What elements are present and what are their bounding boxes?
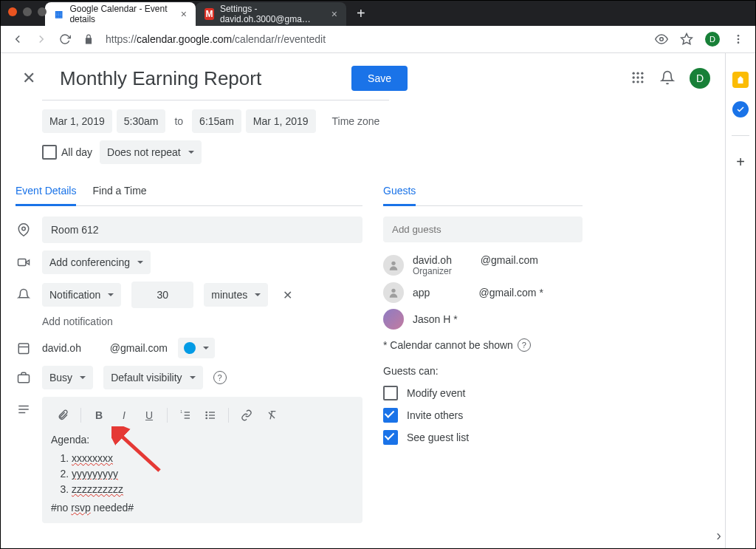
back-button[interactable] xyxy=(11,33,24,46)
guest-name: Jason H * xyxy=(413,313,583,325)
notifications-icon[interactable] xyxy=(660,70,676,86)
guest-row[interactable]: david.oh @gmail.com Organizer xyxy=(383,254,583,276)
calendar-not-shown-note: * Calendar cannot be shown ? xyxy=(383,338,583,352)
conferencing-dropdown[interactable]: Add conferencing xyxy=(42,250,151,274)
numbered-list-icon[interactable]: 1 xyxy=(173,404,197,426)
url-field[interactable]: https://calendar.google.com/calendar/r/e… xyxy=(106,33,645,45)
perm-modify-checkbox[interactable] xyxy=(383,386,398,400)
description-editor[interactable]: B I U 1 xyxy=(42,397,362,523)
location-input[interactable] xyxy=(42,216,362,243)
svg-point-9 xyxy=(636,76,639,78)
add-notification-link[interactable]: Add notification xyxy=(42,316,113,327)
save-button[interactable]: Save xyxy=(351,66,408,91)
briefcase-icon xyxy=(16,371,32,384)
allday-label: All day xyxy=(61,146,92,158)
guest-row[interactable]: app @gmail.com * xyxy=(383,282,583,303)
clear-format-icon[interactable] xyxy=(260,404,284,426)
allday-checkbox[interactable] xyxy=(42,145,57,160)
star-icon[interactable] xyxy=(680,33,693,46)
notification-value-input[interactable] xyxy=(131,282,193,308)
apps-grid-icon[interactable] xyxy=(630,70,647,86)
start-time-chip[interactable]: 5:30am xyxy=(117,109,166,133)
bold-icon[interactable]: B xyxy=(87,404,111,426)
close-event-button[interactable]: ✕ xyxy=(16,69,42,88)
color-dot-icon xyxy=(184,342,196,354)
event-title-input[interactable] xyxy=(58,67,335,91)
visibility-dropdown[interactable]: Default visibility xyxy=(103,366,202,389)
end-time-chip[interactable]: 6:15am xyxy=(192,109,241,133)
video-icon xyxy=(16,256,32,269)
window-controls[interactable] xyxy=(8,7,47,16)
svg-point-2 xyxy=(738,35,740,37)
agenda-item: yyyyyyyyy xyxy=(72,468,118,480)
window-close-dot[interactable] xyxy=(8,7,17,16)
add-guests-input[interactable] xyxy=(383,216,583,242)
add-sidepanel-button[interactable]: + xyxy=(732,154,749,170)
timezone-link[interactable]: Time zone xyxy=(328,115,385,127)
guests-column: Guests david.oh @gmail.com Organizer app xyxy=(383,185,583,531)
tab-guests[interactable]: Guests xyxy=(383,185,416,206)
eye-icon[interactable] xyxy=(655,33,668,46)
guest-avatar-icon xyxy=(383,282,404,303)
calendar-owner-label: david.oh @gmail.com xyxy=(42,342,168,354)
perm-guestlist-checkbox[interactable] xyxy=(383,430,398,445)
tab-event-details[interactable]: Event Details xyxy=(16,185,76,206)
browser-tabstrip: ▦ Google Calendar - Event details × M Se… xyxy=(1,1,755,26)
visibility-help-icon[interactable]: ? xyxy=(213,371,227,384)
kebab-menu-icon[interactable] xyxy=(732,33,745,46)
window-max-dot[interactable] xyxy=(38,7,47,16)
guest-name: david.oh @gmail.com xyxy=(413,254,583,266)
account-avatar[interactable]: D xyxy=(690,68,710,89)
agenda-item: xxxxxxxx xyxy=(72,452,113,464)
lock-icon[interactable] xyxy=(82,33,95,46)
close-tab-icon[interactable]: × xyxy=(181,8,187,20)
svg-point-5 xyxy=(633,72,635,75)
close-tab-icon[interactable]: × xyxy=(331,8,337,20)
agenda-footer: #no rsvp needed# xyxy=(51,500,354,516)
event-details-column: Event Details Find a Time Add conferenci… xyxy=(16,185,362,531)
description-body[interactable]: Agenda: xxxxxxxx yyyyyyyyy zzzzzzzzzz #n… xyxy=(51,432,354,516)
keep-icon[interactable] xyxy=(732,72,749,88)
color-dropdown[interactable] xyxy=(178,338,215,358)
tasks-icon[interactable] xyxy=(732,101,749,117)
svg-point-0 xyxy=(660,38,664,41)
underline-icon[interactable]: U xyxy=(137,404,161,426)
editor-toolbar: B I U 1 xyxy=(51,404,354,432)
bullet-list-icon[interactable] xyxy=(199,404,222,426)
busy-dropdown[interactable]: Busy xyxy=(42,366,93,389)
browser-tab-gmail[interactable]: M Settings - david.oh.3000@gma… × xyxy=(196,2,346,26)
agenda-heading: Agenda: xyxy=(51,432,354,448)
tab-find-a-time[interactable]: Find a Time xyxy=(92,185,146,205)
link-icon[interactable] xyxy=(235,404,258,426)
hide-sidepanel-chevron-icon[interactable]: › xyxy=(716,527,721,544)
perm-label: See guest list xyxy=(407,432,469,443)
end-date-chip[interactable]: Mar 1, 2019 xyxy=(246,109,316,133)
notification-unit-dropdown[interactable]: minutes xyxy=(204,283,268,307)
remove-notification-button[interactable]: ✕ xyxy=(278,288,297,302)
italic-icon[interactable]: I xyxy=(112,404,136,426)
start-date-chip[interactable]: Mar 1, 2019 xyxy=(42,109,112,133)
datetime-row: Mar 1, 2019 5:30am to 6:15am Mar 1, 2019… xyxy=(42,109,710,133)
svg-point-34 xyxy=(391,289,395,293)
svg-point-8 xyxy=(633,76,635,78)
guest-role: Organizer xyxy=(413,266,583,276)
note-help-icon[interactable]: ? xyxy=(518,338,531,352)
calendar-favicon-icon: ▦ xyxy=(54,8,63,20)
attach-icon[interactable] xyxy=(51,404,75,426)
guest-row[interactable]: Jason H * xyxy=(383,309,583,330)
new-tab-button[interactable]: + xyxy=(346,5,376,22)
notification-type-dropdown[interactable]: Notification xyxy=(42,283,121,307)
window-min-dot[interactable] xyxy=(23,7,32,16)
forward-button[interactable] xyxy=(35,33,48,46)
svg-point-13 xyxy=(641,81,643,83)
svg-rect-19 xyxy=(18,375,30,383)
reload-button[interactable] xyxy=(58,33,72,46)
svg-point-33 xyxy=(391,262,395,265)
guest-name: app @gmail.com * xyxy=(413,287,583,299)
repeat-dropdown[interactable]: Does not repeat xyxy=(100,140,202,164)
perm-invite-checkbox[interactable] xyxy=(383,408,398,423)
profile-avatar[interactable]: D xyxy=(705,32,720,47)
svg-point-11 xyxy=(633,81,635,83)
svg-marker-1 xyxy=(681,34,693,44)
browser-tab-calendar[interactable]: ▦ Google Calendar - Event details × xyxy=(45,2,196,26)
